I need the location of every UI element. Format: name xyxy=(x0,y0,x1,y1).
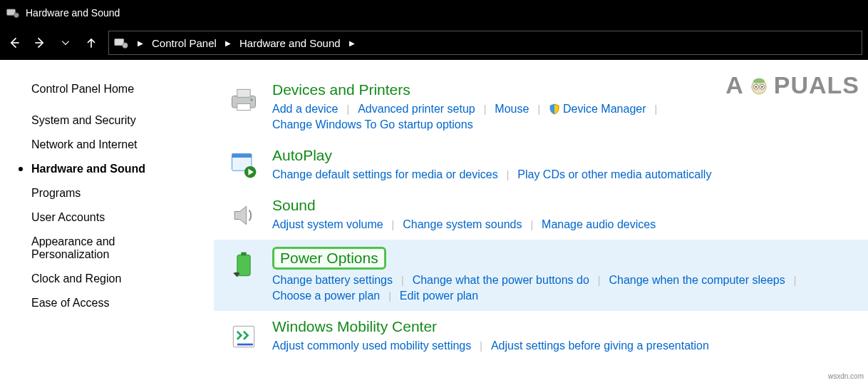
link-audio-devices[interactable]: Manage audio devices xyxy=(542,217,656,233)
link-system-volume[interactable]: Adjust system volume xyxy=(272,217,383,233)
sidebar-item-network[interactable]: Network and Internet xyxy=(31,133,207,157)
speaker-icon xyxy=(228,200,259,231)
category-mobility: Windows Mobility Center Adjust commonly … xyxy=(214,311,868,361)
link-advanced-printer[interactable]: Advanced printer setup xyxy=(358,101,475,117)
svg-rect-7 xyxy=(237,89,250,97)
sidebar: Control Panel Home System and Security N… xyxy=(0,60,214,383)
chevron-right-icon: ▶ xyxy=(221,39,235,47)
svg-point-1 xyxy=(14,13,19,18)
sidebar-item-clock-region[interactable]: Clock and Region xyxy=(31,267,207,291)
breadcrumb-root[interactable]: Control Panel xyxy=(152,37,217,49)
svg-point-21 xyxy=(761,86,763,88)
link-add-device[interactable]: Add a device xyxy=(272,101,339,117)
category-autoplay: AutoPlay Change default settings for med… xyxy=(214,140,868,190)
link-power-buttons[interactable]: Change what the power buttons do xyxy=(413,272,589,288)
link-presentation-settings[interactable]: Adjust settings before giving a presenta… xyxy=(491,338,709,354)
link-computer-sleeps[interactable]: Change when the computer sleeps xyxy=(609,272,785,288)
svg-rect-8 xyxy=(237,104,250,111)
sidebar-item-hardware-sound[interactable]: Hardware and Sound xyxy=(31,157,207,181)
hardware-sound-icon xyxy=(6,6,20,20)
main-area: Control Panel Home System and Security N… xyxy=(0,60,868,383)
window-titlebar: Hardware and Sound xyxy=(0,0,868,26)
mobility-icon xyxy=(228,321,259,352)
sidebar-item-home[interactable]: Control Panel Home xyxy=(31,77,207,101)
nav-back-button[interactable] xyxy=(6,34,23,51)
svg-rect-14 xyxy=(241,252,246,256)
category-title-devices[interactable]: Devices and Printers xyxy=(272,81,410,98)
printer-icon xyxy=(228,84,259,116)
link-choose-plan[interactable]: Choose a power plan xyxy=(272,288,380,304)
sidebar-item-ease-of-access[interactable]: Ease of Access xyxy=(31,291,207,315)
sidebar-item-system-security[interactable]: System and Security xyxy=(31,108,207,133)
link-edit-plan[interactable]: Edit power plan xyxy=(400,288,478,304)
nav-forward-button[interactable] xyxy=(31,34,48,51)
nav-recent-button[interactable] xyxy=(57,34,74,51)
content: Devices and Printers Add a device| Advan… xyxy=(214,60,868,383)
category-title-power-options[interactable]: Power Options xyxy=(272,247,386,270)
link-battery-settings[interactable]: Change battery settings xyxy=(272,272,393,288)
sidebar-item-user-accounts[interactable]: User Accounts xyxy=(31,205,207,230)
chevron-right-icon: ▶ xyxy=(133,39,148,47)
sidebar-item-appearance[interactable]: Appearance and Personalization xyxy=(31,230,160,267)
breadcrumb-icon xyxy=(113,35,129,51)
chevron-right-icon: ▶ xyxy=(345,39,359,47)
link-device-manager[interactable]: Device Manager xyxy=(549,101,646,117)
watermark: A PUALS xyxy=(725,71,859,99)
category-title-sound[interactable]: Sound xyxy=(272,197,316,214)
category-title-autoplay[interactable]: AutoPlay xyxy=(272,147,332,164)
svg-point-5 xyxy=(123,43,128,48)
svg-rect-13 xyxy=(237,255,250,275)
link-play-cds[interactable]: Play CDs or other media automatically xyxy=(517,167,711,183)
category-power-options: Power Options Change battery settings| C… xyxy=(214,240,868,311)
category-title-mobility[interactable]: Windows Mobility Center xyxy=(272,318,437,335)
autoplay-icon xyxy=(228,150,259,181)
category-sound: Sound Adjust system volume| Change syste… xyxy=(214,190,868,240)
address-bar[interactable]: ▶ Control Panel ▶ Hardware and Sound ▶ xyxy=(108,31,862,55)
link-windows-togo[interactable]: Change Windows To Go startup options xyxy=(272,117,473,133)
svg-rect-11 xyxy=(232,154,252,158)
breadcrumb-current[interactable]: Hardware and Sound xyxy=(239,37,341,49)
nav-up-button[interactable] xyxy=(83,34,100,51)
navbar: ▶ Control Panel ▶ Hardware and Sound ▶ xyxy=(0,26,868,60)
window-title: Hardware and Sound xyxy=(26,7,120,19)
power-battery-icon xyxy=(228,250,259,281)
source-tag: wsxdn.com xyxy=(828,372,864,380)
link-mouse[interactable]: Mouse xyxy=(495,101,529,117)
svg-point-9 xyxy=(250,98,253,101)
link-autoplay-defaults[interactable]: Change default settings for media or dev… xyxy=(272,167,498,183)
watermark-mascot-icon xyxy=(747,73,771,98)
link-system-sounds[interactable]: Change system sounds xyxy=(403,217,522,233)
link-mobility-settings[interactable]: Adjust commonly used mobility settings xyxy=(272,338,471,354)
shield-icon xyxy=(549,103,560,115)
sidebar-item-programs[interactable]: Programs xyxy=(31,181,207,205)
svg-point-20 xyxy=(755,86,757,88)
